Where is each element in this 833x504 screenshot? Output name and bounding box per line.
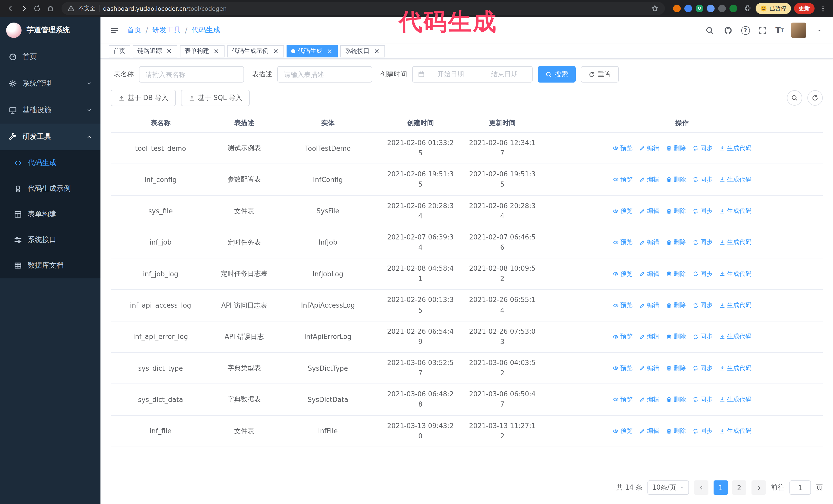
- user-caret-icon[interactable]: [813, 25, 825, 36]
- help-icon[interactable]: ?: [741, 26, 750, 34]
- action-preview[interactable]: 预览: [613, 364, 633, 373]
- action-delete[interactable]: 删除: [666, 144, 686, 152]
- action-delete[interactable]: 删除: [666, 270, 686, 279]
- bookmark-star-icon[interactable]: [649, 3, 660, 14]
- tab-4[interactable]: 代码生成 ×: [287, 45, 338, 57]
- extension-blue-icon[interactable]: [684, 5, 692, 12]
- action-generate-code[interactable]: 生成代码: [719, 238, 752, 247]
- extension-leaf-icon[interactable]: [730, 5, 737, 12]
- action-sync[interactable]: 同步: [693, 333, 713, 341]
- action-delete[interactable]: 删除: [666, 333, 686, 341]
- action-sync[interactable]: 同步: [693, 301, 713, 310]
- update-button[interactable]: 更新: [794, 3, 814, 14]
- address-bar[interactable]: 不安全 dashboard.yudao.iocoder.cn/tool/code…: [62, 2, 665, 15]
- refresh-table-button[interactable]: [807, 90, 823, 105]
- page-2-button[interactable]: 2: [732, 480, 746, 495]
- action-generate-code[interactable]: 生成代码: [719, 395, 752, 404]
- user-avatar[interactable]: [791, 23, 806, 38]
- toggle-search-button[interactable]: [787, 90, 802, 105]
- action-sync[interactable]: 同步: [693, 207, 713, 215]
- breadcrumb-item-0[interactable]: 首页: [127, 26, 142, 35]
- action-preview[interactable]: 预览: [613, 144, 633, 152]
- action-preview[interactable]: 预览: [613, 427, 633, 435]
- tab-close-icon[interactable]: ×: [166, 47, 173, 55]
- sidebar-item-3[interactable]: 研发工具: [0, 124, 100, 150]
- tab-2[interactable]: 表单构建 ×: [180, 45, 224, 57]
- action-generate-code[interactable]: 生成代码: [719, 144, 752, 152]
- collapse-menu-icon[interactable]: [109, 25, 120, 36]
- browser-home-icon[interactable]: [45, 3, 55, 14]
- import-db-button[interactable]: 基于 DB 导入: [111, 90, 176, 106]
- forward-icon[interactable]: [19, 3, 29, 14]
- sidebar-subitem-4[interactable]: 数据库文档: [0, 253, 100, 279]
- extension-orange-icon[interactable]: [673, 5, 681, 12]
- breadcrumb-item-2[interactable]: 代码生成: [191, 26, 220, 35]
- tab-0[interactable]: 首页: [109, 45, 130, 57]
- action-preview[interactable]: 预览: [613, 175, 633, 184]
- action-edit[interactable]: 编辑: [639, 364, 659, 373]
- action-edit[interactable]: 编辑: [639, 301, 659, 310]
- action-preview[interactable]: 预览: [613, 333, 633, 341]
- action-preview[interactable]: 预览: [613, 301, 633, 310]
- profile-paused-chip[interactable]: 已暂停: [756, 3, 791, 14]
- action-edit[interactable]: 编辑: [639, 175, 659, 184]
- prev-page-button[interactable]: [694, 480, 709, 495]
- action-generate-code[interactable]: 生成代码: [719, 427, 752, 435]
- extension-green-v-icon[interactable]: V: [696, 5, 703, 12]
- next-page-button[interactable]: [752, 480, 766, 495]
- action-sync[interactable]: 同步: [693, 427, 713, 435]
- github-icon[interactable]: [722, 25, 734, 36]
- action-preview[interactable]: 预览: [613, 270, 633, 279]
- page-size-select[interactable]: 10条/页: [647, 480, 689, 495]
- tab-1[interactable]: 链路追踪 ×: [133, 45, 177, 57]
- action-delete[interactable]: 删除: [666, 175, 686, 184]
- action-edit[interactable]: 编辑: [639, 207, 659, 215]
- action-generate-code[interactable]: 生成代码: [719, 333, 752, 341]
- action-sync[interactable]: 同步: [693, 364, 713, 373]
- action-delete[interactable]: 删除: [666, 395, 686, 404]
- create-time-range-picker[interactable]: 开始日期 - 结束日期: [412, 66, 532, 82]
- page-1-button[interactable]: 1: [714, 480, 728, 495]
- table-name-input[interactable]: [139, 66, 244, 82]
- action-sync[interactable]: 同步: [693, 175, 713, 184]
- action-edit[interactable]: 编辑: [639, 270, 659, 279]
- action-preview[interactable]: 预览: [613, 238, 633, 247]
- sidebar-subitem-3[interactable]: 系统接口: [0, 227, 100, 253]
- action-sync[interactable]: 同步: [693, 238, 713, 247]
- table-desc-input[interactable]: [277, 66, 372, 82]
- sidebar-item-1[interactable]: 系统管理: [0, 70, 100, 97]
- search-button[interactable]: 搜索: [538, 66, 576, 82]
- browser-menu-kebab-icon[interactable]: [818, 3, 828, 14]
- tab-close-icon[interactable]: ×: [373, 47, 380, 55]
- action-delete[interactable]: 删除: [666, 364, 686, 373]
- sidebar-item-2[interactable]: 基础设施: [0, 97, 100, 124]
- action-generate-code[interactable]: 生成代码: [719, 207, 752, 215]
- action-generate-code[interactable]: 生成代码: [719, 364, 752, 373]
- action-generate-code[interactable]: 生成代码: [719, 301, 752, 310]
- import-sql-button[interactable]: 基于 SQL 导入: [181, 90, 249, 106]
- extension-dark-icon[interactable]: [718, 5, 726, 12]
- sidebar-subitem-1[interactable]: 代码生成示例: [0, 176, 100, 201]
- action-edit[interactable]: 编辑: [639, 395, 659, 404]
- fullscreen-icon[interactable]: [757, 25, 768, 36]
- action-sync[interactable]: 同步: [693, 144, 713, 152]
- action-edit[interactable]: 编辑: [639, 333, 659, 341]
- action-edit[interactable]: 编辑: [639, 144, 659, 152]
- action-delete[interactable]: 删除: [666, 427, 686, 435]
- reload-icon[interactable]: [32, 3, 42, 14]
- action-delete[interactable]: 删除: [666, 301, 686, 310]
- action-generate-code[interactable]: 生成代码: [719, 175, 752, 184]
- tab-close-icon[interactable]: ×: [326, 47, 333, 55]
- goto-page-input[interactable]: [789, 480, 811, 495]
- action-generate-code[interactable]: 生成代码: [719, 270, 752, 279]
- action-delete[interactable]: 删除: [666, 238, 686, 247]
- action-sync[interactable]: 同步: [693, 395, 713, 404]
- extension-people-icon[interactable]: [707, 5, 715, 12]
- tab-close-icon[interactable]: ×: [213, 47, 220, 55]
- app-logo[interactable]: 芋道管理系统: [0, 17, 100, 44]
- breadcrumb-item-1[interactable]: 研发工具: [152, 26, 181, 35]
- action-preview[interactable]: 预览: [613, 207, 633, 215]
- extensions-puzzle-icon[interactable]: [742, 3, 753, 14]
- search-icon[interactable]: [704, 25, 715, 36]
- back-icon[interactable]: [5, 3, 15, 14]
